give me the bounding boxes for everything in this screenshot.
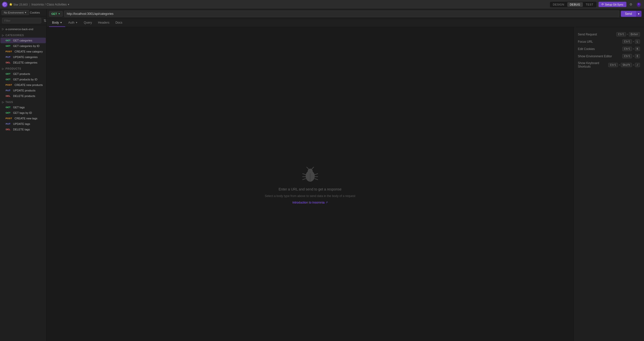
request-get-products[interactable]: GET GET products [1, 71, 46, 77]
empty-subtitle: Select a body type from above to send da… [265, 194, 355, 198]
environment-bar: No Environment ▼ Cookies [0, 9, 46, 16]
star-count: 23,663 [19, 3, 28, 6]
tab-design[interactable]: DESIGN [550, 2, 567, 7]
tab-query[interactable]: Query [81, 19, 95, 27]
top-bar: ⭐ Star 23,663 | Insomnia / Class Activit… [0, 0, 644, 9]
sidebar: No Environment ▼ Cookies ⇅ ⚙ ▷ e-commerc… [0, 9, 47, 341]
svg-line-12 [315, 174, 318, 175]
url-bar: GET ▼ Send ▼ [47, 9, 644, 19]
filter-input[interactable] [2, 18, 41, 23]
cookies-button[interactable]: Cookies [30, 11, 40, 14]
request-post-tags[interactable]: POST CREATE new tags [1, 116, 46, 121]
chevron-down-icon: ▼ [60, 21, 62, 24]
method-badge-post: POST [5, 83, 13, 86]
collection-item[interactable]: ▷ e-commerce-back-end [0, 26, 46, 32]
tab-headers[interactable]: Headers [95, 19, 112, 27]
svg-point-6 [308, 169, 313, 174]
svg-point-1 [4, 4, 5, 5]
svg-line-14 [315, 179, 318, 180]
external-link-icon: ↗ [326, 201, 328, 204]
request-post-products[interactable]: POST CREATE new products [1, 82, 46, 88]
breadcrumb: Insomnia / Class Activities ▼ [31, 3, 70, 6]
section-products: ▷ PRODUCTS [0, 65, 46, 71]
request-put-products[interactable]: PUT UPDATE products [1, 88, 46, 93]
profile-button[interactable] [635, 1, 642, 8]
request-label: GET tags [13, 106, 25, 109]
collection-icon: ▷ [2, 27, 4, 31]
request-label: DELETE tags [13, 128, 30, 131]
request-label: GET tags by ID [13, 111, 32, 114]
method-selector[interactable]: GET ▼ [49, 11, 63, 17]
method-badge-get: GET [5, 44, 12, 47]
content-area: GET ▼ Send ▼ Body ▼ Auth ▼ Query He [47, 9, 644, 341]
request-get-tags[interactable]: GET GET tags [1, 105, 46, 110]
request-get-categories-by-id[interactable]: GET GET categories by ID [1, 43, 46, 49]
top-bar-left: ⭐ Star 23,663 | Insomnia / Class Activit… [2, 2, 548, 7]
tab-docs[interactable]: Docs [112, 19, 125, 27]
section-categories: ▷ CATEGORIES [0, 32, 46, 38]
svg-line-9 [303, 174, 306, 175]
svg-line-8 [312, 167, 314, 169]
method-badge-post: POST [5, 50, 13, 53]
shortcuts-panel: Send Request Ctrl + Enter Focus URL Ctrl… [574, 27, 644, 341]
tab-auth[interactable]: Auth ▼ [65, 19, 81, 27]
chevron-down-icon: ▼ [24, 11, 27, 14]
method-badge-post: POST [5, 117, 13, 120]
tab-test[interactable]: TEST [583, 2, 596, 7]
chevron-down-icon: ▼ [75, 21, 78, 24]
request-put-categories[interactable]: PUT UPDATE categories [1, 54, 46, 60]
environment-label: No Environment [4, 11, 24, 14]
send-button[interactable]: Send [621, 11, 636, 17]
git-icon: ⟳ [601, 3, 604, 6]
folder-icon: ▷ [2, 101, 4, 104]
shortcut-focus-url: Focus URL Ctrl + L [578, 39, 640, 44]
shortcut-show-keyboard: Show Keyboard Shortcuts Ctrl + Shift + / [578, 61, 640, 68]
method-badge-get: GET [5, 78, 12, 81]
request-label: DELETE categories [13, 61, 37, 64]
folder-icon: ▷ [2, 34, 4, 37]
request-label: UPDATE categories [13, 56, 38, 59]
shortcut-send-request: Send Request Ctrl + Enter [578, 32, 640, 36]
method-badge-put: PUT [5, 122, 12, 125]
method-badge-get: GET [5, 111, 12, 114]
star-badge[interactable]: ⭐ Star 23,663 [9, 3, 28, 6]
method-badge-put: PUT [5, 89, 12, 92]
main-layout: No Environment ▼ Cookies ⇅ ⚙ ▷ e-commerc… [0, 9, 644, 341]
svg-point-4 [637, 5, 640, 7]
send-dropdown-button[interactable]: ▼ [636, 11, 641, 17]
request-put-tags[interactable]: PUT UPDATE tags [1, 121, 46, 127]
breadcrumb-current[interactable]: Class Activities ▼ [47, 3, 70, 6]
svg-line-7 [307, 167, 309, 169]
request-label: DELETE products [13, 94, 35, 98]
git-sync-button[interactable]: ⟳ Setup Git Sync [598, 2, 626, 7]
svg-point-3 [638, 3, 639, 5]
method-badge-get: GET [5, 39, 12, 42]
url-input[interactable] [64, 11, 620, 17]
tab-debug[interactable]: DEBUG [567, 2, 583, 7]
method-badge-get: GET [5, 106, 12, 109]
git-sync-label: Setup Git Sync [605, 3, 623, 6]
request-label: UPDATE products [13, 89, 35, 92]
tab-body[interactable]: Body ▼ [49, 19, 65, 27]
request-get-tags-by-id[interactable]: GET GET tags by ID [1, 110, 46, 116]
request-get-categories[interactable]: GET GET categories [1, 38, 46, 43]
empty-title: Enter a URL and send to get a response [278, 187, 341, 191]
request-del-tags[interactable]: DEL DELETE tags [1, 127, 46, 132]
empty-state: Enter a URL and send to get a response S… [47, 27, 574, 341]
request-label: CREATE new products [15, 83, 43, 86]
request-label: UPDATE tags [13, 122, 30, 125]
request-del-products[interactable]: DEL DELETE products [1, 93, 46, 99]
shortcut-edit-cookies: Edit Cookies Ctrl + K [578, 47, 640, 51]
request-label: CREATE new tags [15, 117, 37, 120]
settings-button[interactable]: ⚙ [628, 2, 633, 7]
breadcrumb-separator: / [45, 3, 46, 6]
request-del-categories[interactable]: DEL DELETE categories [1, 60, 46, 65]
request-get-products-by-id[interactable]: GET GET products by ID [1, 77, 46, 82]
request-post-category[interactable]: POST CREATE new category [1, 49, 46, 54]
intro-link[interactable]: Introduction to Insomnia ↗ [292, 201, 328, 204]
environment-selector[interactable]: No Environment ▼ [2, 10, 29, 15]
chevron-down-icon: ▼ [58, 13, 60, 15]
request-tabs: Body ▼ Auth ▼ Query Headers Docs [47, 19, 644, 27]
gear-icon: ⚙ [629, 3, 632, 6]
request-label: GET products by ID [13, 78, 37, 81]
